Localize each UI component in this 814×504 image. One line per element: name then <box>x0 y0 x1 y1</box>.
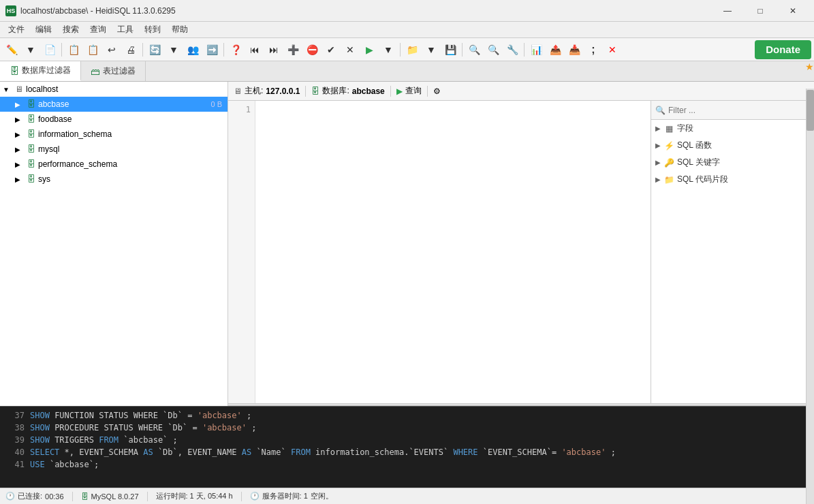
editor-content[interactable] <box>255 101 651 403</box>
log-line-40: 40 SELECT *, EVENT_SCHEMA AS `Db`, EVENT… <box>5 446 800 458</box>
tree-arrow-information-schema[interactable]: ▶ <box>15 131 25 138</box>
tree-arrow-performance-schema[interactable]: ▶ <box>15 161 25 168</box>
connection-bar: 🖥 主机: 127.0.0.1 🗄 数据库: abcbase ▶ 查询 ⚙ <box>228 82 814 101</box>
tb-print-btn[interactable]: 🖨 <box>122 41 140 59</box>
minimize-button[interactable]: — <box>712 0 743 22</box>
status-connected-label: 已连接: <box>18 491 42 501</box>
tree-item-sys[interactable]: ▶ 🗄 sys <box>0 172 228 187</box>
helper-item-keywords[interactable]: ▶ 🔑 SQL 关键字 <box>651 154 814 171</box>
toolbar: ✏️ ▼ 📄 📋 📋 ↩ 🖨 🔄 ▼ 👥 ➡️ ❓ ⏮ ⏭ ➕ ⛔ ✔ ✕ ▶ … <box>0 38 814 61</box>
helper-scrollbar <box>806 101 814 403</box>
tree-item-performance-schema[interactable]: ▶ 🗄 performance_schema <box>0 157 228 172</box>
tb-save-btn[interactable]: 💾 <box>441 41 459 59</box>
database-tree: ▼ 🖥 localhost ▶ 🗄 abcbase 0 B ▶ 🗄 foodba… <box>0 82 228 406</box>
status-connected: 🕐 已连接: 00:36 <box>5 491 64 501</box>
tb-transfer-btn[interactable]: ➡️ <box>203 41 221 59</box>
tab-table-filter[interactable]: 🗃 表过滤器 <box>81 61 146 81</box>
helper-item-snippets[interactable]: ▶ 📁 SQL 代码片段 <box>651 171 814 188</box>
tree-arrow-foodbase[interactable]: ▶ <box>15 116 25 123</box>
helper-item-functions[interactable]: ▶ ⚡ SQL 函数 <box>651 137 814 154</box>
log-text-39: SHOW TRIGGERS FROM `abcbase` ; <box>30 434 178 446</box>
status-connected-value: 00:36 <box>45 492 64 501</box>
tb-paste-btn[interactable]: 📋 <box>84 41 101 59</box>
tree-root-arrow[interactable]: ▼ <box>3 86 12 93</box>
conn-query[interactable]: ▶ 查询 <box>396 85 422 97</box>
tb-search2-btn[interactable]: 🔍 <box>484 41 502 59</box>
status-mysql-label: MySQL 8.0.27 <box>91 492 139 501</box>
tb-semicolon-btn[interactable]: ; <box>584 41 602 59</box>
tb-arrow-btn[interactable]: ▼ <box>22 41 40 59</box>
func-arrow: ▶ <box>655 142 661 149</box>
log-num-41: 41 <box>5 458 25 471</box>
tb-run-arrow[interactable]: ▼ <box>379 41 397 59</box>
menu-edit[interactable]: 编辑 <box>30 22 57 37</box>
tree-arrow-mysql[interactable]: ▶ <box>15 146 25 153</box>
tb-copy-btn[interactable]: 📋 <box>65 41 82 59</box>
log-area: 37 SHOW FUNCTION STATUS WHERE `Db` = 'ab… <box>0 407 814 488</box>
log-num-38: 38 <box>5 422 25 434</box>
tab-db-filter-label: 数据库过滤器 <box>22 65 71 76</box>
tb-folder-arrow[interactable]: ▼ <box>422 41 440 59</box>
tb-search-btn[interactable]: 🔍 <box>465 41 483 59</box>
tree-item-information-schema[interactable]: ▶ 🗄 information_schema <box>0 127 228 142</box>
tb-prev-btn[interactable]: ⏮ <box>246 41 264 59</box>
tb-import-btn[interactable]: 📥 <box>565 41 583 59</box>
tree-arrow-sys[interactable]: ▶ <box>15 176 25 183</box>
tb-users-btn[interactable]: 👥 <box>184 41 202 59</box>
menu-goto[interactable]: 转到 <box>139 22 166 37</box>
tb-connect-arrow[interactable]: ▼ <box>165 41 183 59</box>
tree-item-foodbase[interactable]: ▶ 🗄 foodbase <box>0 112 228 127</box>
helper-label-keywords: SQL 关键字 <box>677 157 720 168</box>
tb-open-btn[interactable]: 📄 <box>41 41 59 59</box>
tb-help-btn[interactable]: ❓ <box>227 41 245 59</box>
menu-search[interactable]: 搜索 <box>57 22 84 37</box>
tb-filter-btn[interactable]: 🔧 <box>503 41 521 59</box>
helper-item-fields[interactable]: ▶ ▦ 字段 <box>651 120 814 137</box>
tb-next-btn[interactable]: ⏭ <box>265 41 283 59</box>
tree-root-label: localhost <box>26 84 225 94</box>
menu-query[interactable]: 查询 <box>84 22 112 37</box>
tb-check-btn[interactable]: ✔ <box>322 41 340 59</box>
tb-new-btn[interactable]: ✏️ <box>3 41 20 59</box>
status-server: 🕐 服务器时间: 1 空闲。 <box>250 491 333 501</box>
tb-connect-btn[interactable]: 🔄 <box>146 41 163 59</box>
db-icon-performance-schema: 🗄 <box>26 159 37 170</box>
log-text-37: SHOW FUNCTION STATUS WHERE `Db` = 'abcba… <box>30 409 251 422</box>
editor-area: 1 <box>228 101 651 403</box>
tb-export-btn[interactable]: 📤 <box>546 41 564 59</box>
log-content[interactable]: 37 SHOW FUNCTION STATUS WHERE `Db` = 'ab… <box>0 407 806 488</box>
tree-item-mysql[interactable]: ▶ 🗄 mysql <box>0 142 228 157</box>
title-bar: HS localhost/abcbase\ - HeidiSQL 11.3.0.… <box>0 0 814 22</box>
tab-table-filter-label: 表过滤器 <box>103 65 136 77</box>
close-button[interactable]: ✕ <box>777 0 809 22</box>
monitor-icon: 🖥 <box>234 86 242 96</box>
log-num-37: 37 <box>5 409 25 422</box>
tree-root-localhost[interactable]: ▼ 🖥 localhost <box>0 82 228 97</box>
tb-undo-btn[interactable]: ↩ <box>103 41 121 59</box>
server-icon: 🖥 <box>14 84 25 95</box>
menu-file[interactable]: 文件 <box>3 22 30 37</box>
tb-close-btn[interactable]: ✕ <box>341 41 359 59</box>
donate-button[interactable]: Donate <box>755 40 811 59</box>
conn-sep3 <box>427 86 428 97</box>
tb-x-btn[interactable]: ✕ <box>604 41 621 59</box>
maximize-button[interactable]: □ <box>745 0 776 22</box>
tree-item-abcbase[interactable]: ▶ 🗄 abcbase 0 B <box>0 97 228 112</box>
scrollbar-track[interactable] <box>806 101 814 403</box>
log-line-38: 38 SHOW PROCEDURE STATUS WHERE `Db` = 'a… <box>5 422 800 434</box>
tree-arrow-abcbase[interactable]: ▶ <box>15 101 25 108</box>
scrollbar-thumb[interactable] <box>807 101 814 131</box>
tb-stop-btn[interactable]: ⛔ <box>303 41 321 59</box>
favorites-star[interactable]: ★ <box>805 61 814 81</box>
tb-folder-btn[interactable]: 📁 <box>403 41 421 59</box>
helper-filter-input[interactable] <box>668 106 810 115</box>
tab-db-filter[interactable]: 🗄 数据库过滤器 <box>0 61 81 81</box>
conn-sep2 <box>390 86 391 97</box>
tb-counter-btn[interactable]: 📊 <box>527 41 545 59</box>
tb-add-btn[interactable]: ➕ <box>284 41 302 59</box>
settings-icon: ⚙ <box>433 86 441 96</box>
menu-help[interactable]: 帮助 <box>166 22 193 37</box>
tb-run-btn[interactable]: ▶ <box>360 41 378 59</box>
menu-tools[interactable]: 工具 <box>112 22 139 37</box>
conn-extra[interactable]: ⚙ <box>433 86 441 96</box>
